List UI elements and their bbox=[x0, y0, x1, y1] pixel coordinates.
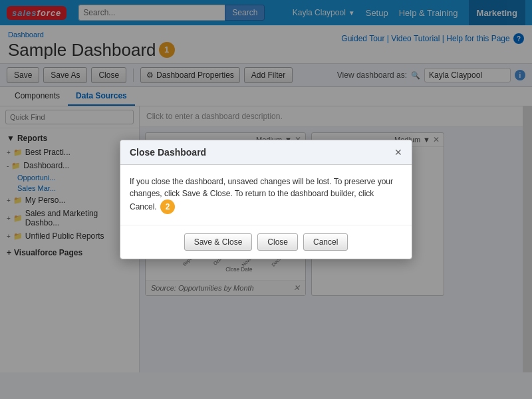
close-dashboard-modal: Close Dashboard ✕ If you close the dashb… bbox=[120, 140, 412, 259]
step-2-badge: 2 bbox=[160, 200, 175, 214]
modal-title-bar: Close Dashboard ✕ bbox=[120, 140, 412, 165]
modal-close-button[interactable]: Close bbox=[257, 233, 298, 251]
cancel-button[interactable]: Cancel bbox=[303, 233, 348, 251]
modal-overlay: Close Dashboard ✕ If you close the dashb… bbox=[0, 0, 532, 399]
modal-close-icon[interactable]: ✕ bbox=[394, 147, 402, 158]
modal-title: Close Dashboard bbox=[130, 147, 206, 158]
modal-footer: Save & Close Close Cancel bbox=[120, 225, 412, 259]
modal-body: If you close the dashboard, unsaved chan… bbox=[120, 165, 412, 225]
save-close-button[interactable]: Save & Close bbox=[184, 233, 253, 251]
